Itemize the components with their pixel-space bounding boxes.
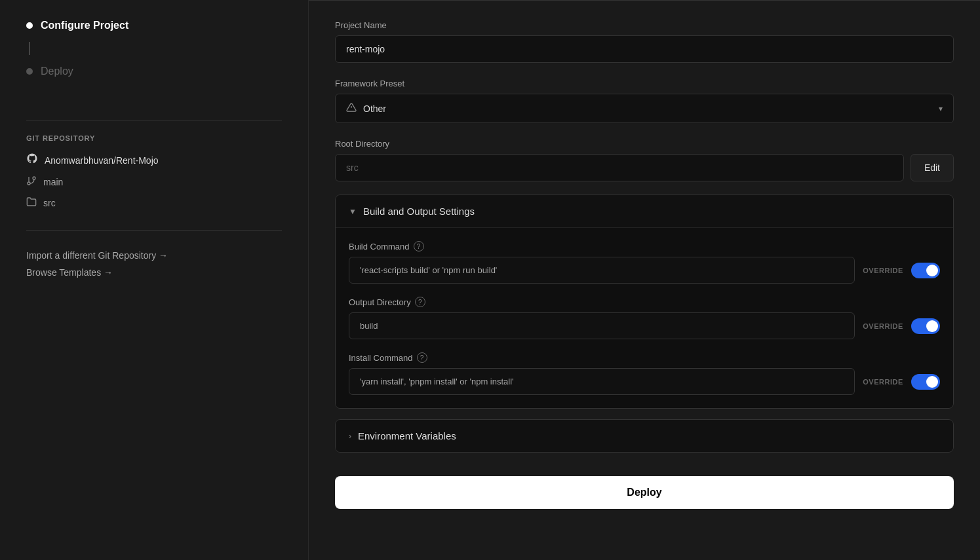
branch-item: main	[26, 176, 282, 189]
build-command-toggle-track[interactable]	[911, 263, 940, 278]
root-directory-group: Root Directory Edit	[335, 139, 954, 181]
framework-warning-icon	[346, 102, 357, 115]
framework-preset-select[interactable]: Other ▾	[335, 94, 954, 123]
edit-root-dir-button[interactable]: Edit	[911, 154, 954, 181]
build-command-input[interactable]	[349, 257, 855, 284]
sidebar: Configure Project Deploy GIT REPOSITORY …	[0, 0, 308, 560]
install-command-label: Install Command ?	[349, 352, 940, 363]
install-command-toggle[interactable]	[911, 374, 940, 390]
step-configure: Configure Project	[26, 20, 282, 31]
folder-icon	[26, 196, 37, 209]
build-output-header[interactable]: ▼ Build and Output Settings	[336, 195, 953, 227]
output-directory-toggle-track[interactable]	[911, 318, 940, 334]
build-command-toggle-thumb	[926, 265, 938, 276]
content-inner: Project Name Framework Preset Other ▾ Ro	[309, 20, 980, 509]
build-command-override-label: OVERRIDE	[863, 267, 903, 274]
step-dot-configure	[26, 22, 33, 29]
output-directory-help-icon[interactable]: ?	[415, 297, 425, 307]
build-command-help-icon[interactable]: ?	[414, 241, 424, 252]
folder-name: src	[43, 198, 56, 208]
build-output-section: ▼ Build and Output Settings Build Comman…	[335, 195, 954, 409]
top-divider	[309, 0, 980, 1]
git-section-label: GIT REPOSITORY	[26, 134, 282, 142]
sidebar-divider-1	[26, 121, 282, 121]
framework-preset-label: Framework Preset	[335, 79, 954, 88]
repo-item: Anomwarbhuvan/Rent-Mojo	[26, 153, 282, 168]
install-command-override-label: OVERRIDE	[863, 378, 903, 386]
env-variables-chevron: ›	[349, 432, 351, 441]
build-command-toggle[interactable]	[911, 263, 940, 278]
output-directory-group: Output Directory ? OVERRIDE	[349, 297, 940, 339]
root-directory-input[interactable]	[335, 154, 904, 181]
env-variables-header[interactable]: › Environment Variables	[336, 420, 953, 452]
install-command-input[interactable]	[349, 368, 855, 395]
build-output-chevron: ▼	[349, 207, 357, 216]
output-directory-toggle[interactable]	[911, 318, 940, 334]
import-repo-link[interactable]: Import a different Git Repository →	[26, 250, 282, 261]
install-command-toggle-thumb	[926, 376, 938, 388]
output-directory-row: OVERRIDE	[349, 312, 940, 339]
folder-item: src	[26, 196, 282, 209]
project-name-label: Project Name	[335, 20, 954, 30]
env-variables-title: Environment Variables	[358, 430, 456, 441]
output-directory-toggle-thumb	[926, 320, 938, 332]
step-label-deploy: Deploy	[41, 65, 73, 77]
output-directory-override-label: OVERRIDE	[863, 322, 903, 330]
project-name-group: Project Name	[335, 20, 954, 63]
build-command-group: Build Command ? OVERRIDE	[349, 241, 940, 284]
sidebar-links: Import a different Git Repository → Brow…	[26, 250, 282, 284]
svg-point-1	[33, 177, 35, 179]
env-variables-section: › Environment Variables	[335, 419, 954, 453]
framework-preset-value: Other	[363, 103, 932, 114]
deploy-button[interactable]: Deploy	[335, 476, 954, 509]
root-directory-row: Edit	[335, 154, 954, 181]
install-command-row: OVERRIDE	[349, 368, 940, 395]
framework-preset-group: Framework Preset Other ▾	[335, 79, 954, 123]
select-arrow-icon: ▾	[939, 104, 943, 113]
install-command-help-icon[interactable]: ?	[417, 352, 427, 363]
browse-templates-link[interactable]: Browse Templates →	[26, 267, 282, 278]
github-icon	[26, 153, 38, 168]
repo-name: Anomwarbhuvan/Rent-Mojo	[45, 155, 159, 166]
branch-name: main	[43, 177, 63, 187]
step-deploy: Deploy	[26, 65, 282, 77]
step-label-configure: Configure Project	[41, 20, 128, 31]
step-connector	[29, 42, 30, 55]
install-command-toggle-track[interactable]	[911, 374, 940, 390]
sidebar-divider-2	[26, 230, 282, 231]
svg-point-2	[28, 182, 30, 185]
build-command-row: OVERRIDE	[349, 257, 940, 284]
build-command-label: Build Command ?	[349, 241, 940, 252]
branch-icon	[26, 176, 37, 189]
step-dot-deploy	[26, 68, 33, 75]
install-command-group: Install Command ? OVERRIDE	[349, 352, 940, 395]
project-name-input[interactable]	[335, 35, 954, 63]
root-directory-label: Root Directory	[335, 139, 954, 149]
build-output-title: Build and Output Settings	[363, 206, 475, 217]
steps-container: Configure Project Deploy	[26, 20, 282, 88]
main-content: Project Name Framework Preset Other ▾ Ro	[308, 0, 980, 560]
build-output-body: Build Command ? OVERRIDE	[336, 227, 953, 408]
output-directory-input[interactable]	[349, 312, 855, 339]
output-directory-label: Output Directory ?	[349, 297, 940, 307]
